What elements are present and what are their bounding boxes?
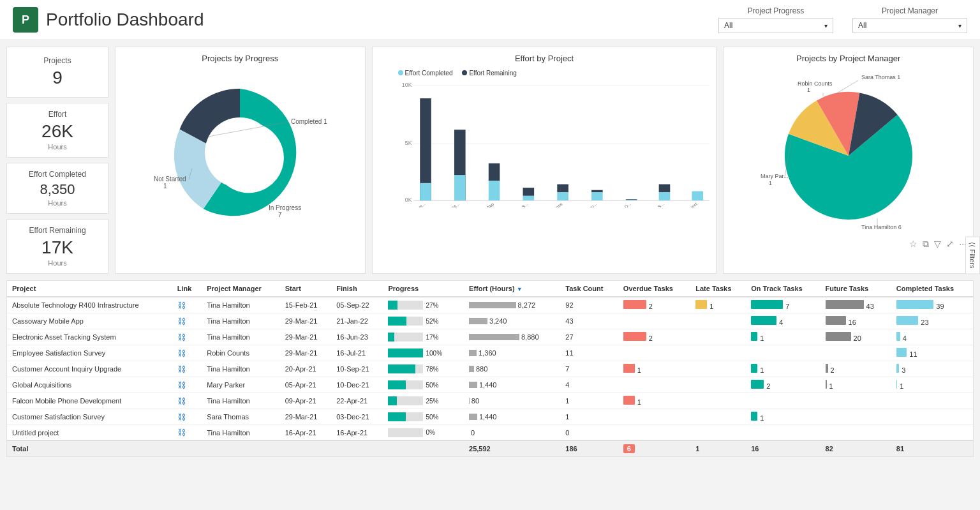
progress-bar <box>388 396 423 405</box>
cell-late <box>690 313 746 329</box>
cell-finish: 16-Jul-21 <box>331 345 383 361</box>
cell-manager: Tina Hamilton <box>202 393 280 409</box>
cell-ontrack <box>746 393 820 409</box>
progress-text: 17% <box>426 334 445 341</box>
bar-chart-title: Effort by Project <box>379 54 710 63</box>
link-icon[interactable]: ⛓ <box>177 349 186 358</box>
pie-chart-container: Sara Thomas 1 Robin Counts 1 Mary Par...… <box>730 70 967 236</box>
link-icon[interactable]: ⛓ <box>177 301 186 310</box>
cell-ontrack: 7 <box>746 297 820 313</box>
cell-finish: 03-Dec-21 <box>331 409 383 425</box>
progress-fill <box>388 396 397 405</box>
link-icon[interactable]: ⛓ <box>177 412 186 422</box>
cell-late <box>690 329 746 345</box>
col-taskcount: Task Count <box>560 281 618 297</box>
copy-icon[interactable]: ⧉ <box>923 239 929 250</box>
cell-overdue: 1 <box>618 361 690 377</box>
donut-chart-svg: Completed 1 Not Started 1 In Progress 7 <box>151 70 329 236</box>
link-icon[interactable]: ⛓ <box>177 317 186 326</box>
cell-late <box>690 377 746 393</box>
project-progress-select[interactable]: All ▾ <box>718 18 833 33</box>
table-body: Absolute Technology R400 Infrastructure … <box>7 297 973 440</box>
cell-link[interactable]: ⛓ <box>172 393 202 409</box>
cell-finish: 22-Apr-21 <box>331 393 383 409</box>
filter-icon[interactable]: ▽ <box>934 239 941 250</box>
cell-project: Electronic Asset Tracking System <box>7 329 172 345</box>
project-manager-select[interactable]: All ▾ <box>852 18 967 33</box>
cell-progress: 50% <box>383 377 464 393</box>
progress-text: 78% <box>426 366 445 373</box>
project-progress-filter-group: Project Progress All ▾ <box>718 6 833 33</box>
cell-link[interactable]: ⛓ <box>172 409 202 425</box>
cell-link[interactable]: ⛓ <box>172 361 202 377</box>
cell-ontrack: 2 <box>746 377 820 393</box>
cell-ontrack: 4 <box>746 313 820 329</box>
svg-line-17 <box>836 80 858 94</box>
bookmark-icon[interactable]: ☆ <box>909 239 917 250</box>
col-start: Start <box>280 281 332 297</box>
link-icon[interactable]: ⛓ <box>177 380 186 390</box>
cell-manager: Mary Parker <box>202 377 280 393</box>
progress-bar <box>388 317 423 326</box>
cell-completed: 3 <box>891 361 973 377</box>
cell-taskcount: 1 <box>560 393 618 409</box>
cell-ontrack: 1 <box>746 361 820 377</box>
cell-effort: 1,360 <box>464 345 560 361</box>
kpi-panel: Projects 9 Effort 26K Hours Effort Compl… <box>6 47 108 274</box>
col-late: Late Tasks <box>690 281 746 297</box>
main-content: Projects 9 Effort 26K Hours Effort Compl… <box>0 40 980 280</box>
kpi-effort-completed-unit: Hours <box>48 199 66 207</box>
cell-project: Cassowary Mobile App <box>7 313 172 329</box>
progress-text: 50% <box>426 414 445 421</box>
table-row: Falcon Mobile Phone Development ⛓ Tina H… <box>7 393 973 409</box>
bar-cassowary-completed <box>488 181 500 200</box>
cell-finish: 21-Jan-22 <box>331 313 383 329</box>
cell-finish: 16-Jun-23 <box>331 329 383 345</box>
progress-bar <box>388 349 423 357</box>
cell-late <box>690 345 746 361</box>
cell-progress: 0% <box>383 425 464 441</box>
progress-fill <box>388 301 397 310</box>
bar-custacct-remaining <box>591 190 603 193</box>
cell-link[interactable]: ⛓ <box>172 377 202 393</box>
cell-link[interactable]: ⛓ <box>172 313 202 329</box>
link-icon[interactable]: ⛓ <box>177 364 186 374</box>
app-logo: P <box>13 7 38 33</box>
cell-progress: 17% <box>383 329 464 345</box>
cell-future: 43 <box>820 297 891 313</box>
bar-untitled-remaining <box>692 191 703 201</box>
col-project: Project <box>7 281 172 297</box>
donut-chart-container: Completed 1 Not Started 1 In Progress 7 <box>122 70 359 236</box>
link-icon[interactable]: ⛓ <box>177 333 186 342</box>
cell-overdue: 2 <box>618 329 690 345</box>
link-icon[interactable]: ⛓ <box>177 396 186 406</box>
cell-start: 16-Apr-21 <box>280 425 332 441</box>
table-section: Project Link Project Manager Start Finis… <box>6 280 974 457</box>
filters-tab[interactable]: ⟨⟨ Filters <box>965 236 980 274</box>
svg-text:Global Acquisitions: Global Acquisitions <box>531 202 563 207</box>
kpi-effort-label: Effort <box>48 110 66 119</box>
expand-icon[interactable]: ⤢ <box>946 239 954 250</box>
svg-text:1: 1 <box>163 183 167 190</box>
cell-manager: Tina Hamilton <box>202 329 280 345</box>
link-icon[interactable]: ⛓ <box>177 428 186 437</box>
cell-overdue <box>618 345 690 361</box>
cell-effort: 8,272 <box>464 297 560 313</box>
cell-link[interactable]: ⛓ <box>172 425 202 441</box>
cell-link[interactable]: ⛓ <box>172 329 202 345</box>
app-title: Portfolio Dashboard <box>46 10 718 30</box>
svg-text:7: 7 <box>278 211 282 218</box>
cell-link[interactable]: ⛓ <box>172 345 202 361</box>
cell-finish: 10-Sep-21 <box>331 361 383 377</box>
cell-effort: 1,440 <box>464 409 560 425</box>
progress-fill <box>388 349 423 357</box>
table-row: Untitled project ⛓ Tina Hamilton 16-Apr-… <box>7 425 973 441</box>
cell-start: 29-Mar-21 <box>280 345 332 361</box>
cell-progress: 50% <box>383 409 464 425</box>
cell-effort: 0 <box>464 425 560 441</box>
footer-future: 82 <box>820 440 891 456</box>
svg-text:1: 1 <box>807 87 810 93</box>
col-effort: Effort (Hours) ▼ <box>464 281 560 297</box>
cell-finish: 16-Apr-21 <box>331 425 383 441</box>
cell-link[interactable]: ⛓ <box>172 297 202 313</box>
